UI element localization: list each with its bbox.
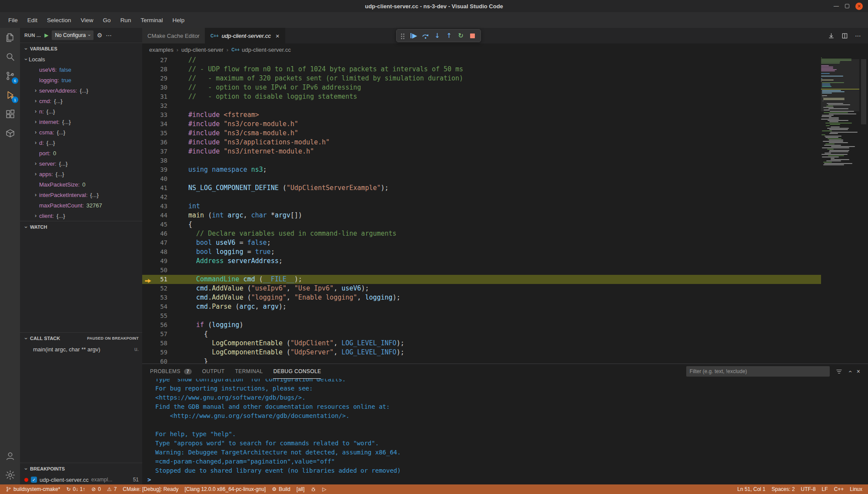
panel-tab-terminal[interactable]: TERMINAL [235, 364, 263, 379]
gutter[interactable]: 39 [142, 165, 176, 174]
start-debug-icon[interactable]: ▶ [44, 32, 48, 38]
status-encoding[interactable]: UTF-8 [798, 484, 819, 494]
status-remote-os[interactable]: Linux [847, 484, 865, 494]
code-line-48[interactable]: 48 bool logging = true; [142, 247, 868, 257]
console-filter-input[interactable] [686, 366, 830, 377]
variables-header[interactable]: › VARIABLES [20, 43, 142, 54]
variable-row[interactable]: ›server:{...} [20, 158, 142, 169]
code-line-38[interactable]: 38 [142, 156, 868, 165]
code-line-47[interactable]: 47 bool useV6 = false; [142, 238, 868, 247]
gutter[interactable]: 56 [142, 320, 176, 330]
gutter[interactable]: 50 [142, 266, 176, 275]
glyph-margin[interactable] [142, 147, 154, 156]
code-line-59[interactable]: 59 LogComponentEnable ("UdpServer", LOG_… [142, 348, 868, 357]
glyph-margin[interactable] [142, 339, 154, 348]
launch-config-dropdown[interactable]: No Configura › [52, 30, 93, 40]
gutter[interactable]: 34 [142, 120, 176, 129]
glyph-margin[interactable] [142, 202, 154, 211]
callstack-header[interactable]: › CALL STACK PAUSED ON BREAKPOINT [20, 333, 142, 344]
glyph-margin[interactable] [142, 56, 154, 65]
variable-row[interactable]: ›serverAddress:{...} [20, 85, 142, 96]
gutter[interactable]: 57 [142, 330, 176, 339]
glyph-margin[interactable] [142, 266, 154, 275]
split-editor-icon[interactable] [841, 33, 848, 39]
glyph-margin[interactable] [142, 65, 154, 74]
code-line-49[interactable]: 49 Address serverAddress; [142, 257, 868, 266]
gutter[interactable]: 36 [142, 138, 176, 147]
code-line-32[interactable]: 32 [142, 101, 868, 110]
gutter[interactable]: 29 [142, 74, 176, 83]
menu-item-file[interactable]: File [3, 12, 23, 28]
tab-cmake-cache-editor[interactable]: CMake Cache Editor [142, 28, 205, 43]
gutter[interactable]: 48 [142, 247, 176, 257]
close-window-icon[interactable]: ✕ [855, 3, 863, 10]
status-errors[interactable]: ⊘0 [88, 484, 104, 494]
glyph-margin[interactable] [142, 165, 154, 174]
glyph-margin[interactable] [142, 238, 154, 247]
step-into-icon[interactable]: ↓ [432, 30, 443, 41]
variable-row[interactable]: useV6:false [20, 64, 142, 75]
menu-item-go[interactable]: Go [98, 12, 116, 28]
status-debug-target[interactable] [307, 484, 319, 494]
glyph-margin[interactable] [142, 293, 154, 302]
glyph-margin[interactable] [142, 229, 154, 238]
maximize-icon[interactable] [845, 4, 849, 8]
glyph-margin[interactable] [142, 174, 154, 184]
menu-item-view[interactable]: View [76, 12, 98, 28]
continue-icon[interactable]: ▶ [408, 30, 419, 41]
menu-item-edit[interactable]: Edit [23, 12, 42, 28]
breadcrumb-item[interactable]: examples [149, 47, 174, 53]
glyph-margin[interactable] [142, 156, 154, 165]
glyph-margin[interactable] [142, 193, 154, 202]
gutter[interactable]: 28 [142, 65, 176, 74]
code-line-33[interactable]: 33#include <fstream> [142, 110, 868, 120]
minimap-slider[interactable] [821, 59, 859, 111]
code-line-40[interactable]: 40 [142, 174, 868, 184]
status-language-mode[interactable]: C++ [831, 484, 847, 494]
variable-row[interactable]: ›apps:{...} [20, 169, 142, 179]
code-line-29[interactable]: 29// - maximum of 320 packets sent (or l… [142, 74, 868, 83]
gutter[interactable]: 30 [142, 83, 176, 92]
breadcrumb-item[interactable]: udp-client-server [181, 47, 224, 53]
status-indentation[interactable]: Spaces: 2 [768, 484, 798, 494]
code-line-52[interactable]: 52 cmd.AddValue ("useIpv6", "Use Ipv6", … [142, 284, 868, 293]
variable-row[interactable]: ›d:{...} [20, 137, 142, 148]
glyph-margin[interactable] [142, 120, 154, 129]
code-line-28[interactable]: 28// - UDP flow from n0 to n1 of 1024 by… [142, 65, 868, 74]
gutter[interactable]: 60 [142, 357, 176, 364]
maximize-panel-icon[interactable]: › [846, 370, 853, 373]
breadcrumb-item[interactable]: C++udp-client-server.cc [231, 47, 291, 53]
breakpoints-header[interactable]: › BREAKPOINTS [20, 463, 142, 474]
gutter[interactable]: 38 [142, 156, 176, 165]
gutter[interactable]: 53 [142, 293, 176, 302]
panel-tab-debug-console[interactable]: DEBUG CONSOLE [273, 364, 321, 379]
code-line-46[interactable]: 46 // Declare variables used in command-… [142, 229, 868, 238]
gutter[interactable]: 54 [142, 302, 176, 311]
glyph-margin[interactable] [142, 83, 154, 92]
gutter[interactable]: 33 [142, 110, 176, 120]
debug-console-input[interactable]: > [142, 475, 868, 484]
glyph-margin[interactable] [142, 330, 154, 339]
tab-udp-client-server-cc[interactable]: C++udp-client-server.cc× [205, 28, 285, 43]
code-line-57[interactable]: 57 { [142, 330, 868, 339]
gutter[interactable]: 44 [142, 211, 176, 220]
search-icon[interactable] [0, 47, 20, 66]
minimap[interactable] [821, 57, 859, 364]
code-line-58[interactable]: 58 LogComponentEnable ("UdpClient", LOG_… [142, 339, 868, 348]
gutter[interactable]: 45 [142, 220, 176, 229]
variable-row[interactable]: ›cmd:{...} [20, 96, 142, 106]
status-eol[interactable]: LF [819, 484, 831, 494]
settings-gear-icon[interactable] [0, 465, 20, 484]
glyph-margin[interactable] [142, 257, 154, 266]
stack-frame[interactable]: main(int argc, char ** argv) u. [20, 344, 142, 354]
gutter[interactable]: 35 [142, 129, 176, 138]
glyph-margin[interactable] [142, 320, 154, 330]
code-line-51[interactable]: 51 CommandLine cmd (__FILE__); [142, 275, 868, 284]
glyph-margin[interactable] [142, 284, 154, 293]
code-line-50[interactable]: 50 [142, 266, 868, 275]
checkbox-checked-icon[interactable]: ✓ [31, 477, 37, 483]
glyph-margin[interactable] [142, 74, 154, 83]
code-line-31[interactable]: 31// - option to disable logging stateme… [142, 92, 868, 101]
gutter[interactable]: 40 [142, 174, 176, 184]
glyph-margin[interactable] [142, 211, 154, 220]
